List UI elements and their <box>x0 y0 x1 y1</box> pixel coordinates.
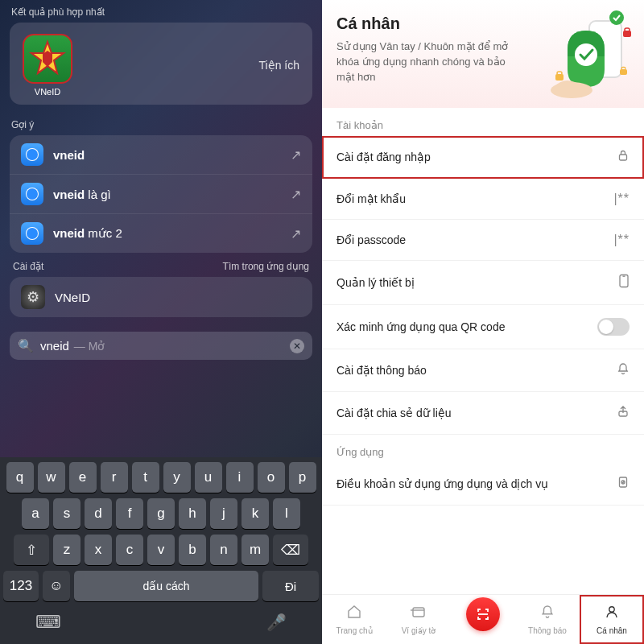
key-g[interactable]: g <box>147 498 175 529</box>
app-vneid[interactable]: VNeID <box>23 34 72 97</box>
biometric-illustration <box>539 6 636 103</box>
best-match-card[interactable]: VNeID Tiện ích <box>10 23 312 105</box>
settings-item[interactable]: Quản lý thiết bị <box>322 261 644 305</box>
scan-icon <box>466 597 500 631</box>
tab-person[interactable]: Cá nhân <box>580 595 644 644</box>
key-b[interactable]: b <box>179 535 206 565</box>
safari-icon <box>21 183 43 205</box>
key-e[interactable]: e <box>69 462 97 493</box>
settings-item[interactable]: Cài đặt chia sẻ dữ liệu <box>322 392 644 435</box>
key-123[interactable]: 123 <box>3 571 39 601</box>
suggestion-item[interactable]: vneid là gì ↗ <box>10 175 312 214</box>
svg-point-15 <box>609 10 624 25</box>
key-shift[interactable]: ⇧ <box>14 535 49 565</box>
settings-item[interactable]: Đổi passcode|** <box>322 220 644 261</box>
keyboard-bottom-bar: ⌨︎ 🎤 <box>3 607 319 641</box>
dictation-icon[interactable]: 🎤 <box>266 613 287 632</box>
suggestion-text: vneid mức 2 <box>53 226 281 241</box>
vneid-app-icon <box>23 34 72 84</box>
key-h[interactable]: h <box>179 498 206 529</box>
key-c[interactable]: c <box>116 535 143 565</box>
settings-item[interactable]: Cài đặt đăng nhập <box>322 136 644 179</box>
settings-item[interactable]: Xác minh ứng dụng qua QR code <box>322 305 644 349</box>
key-z[interactable]: z <box>53 535 80 565</box>
key-s[interactable]: s <box>53 498 80 529</box>
search-in-app-label[interactable]: Tìm trong ứng dụng <box>223 261 309 272</box>
svg-rect-23 <box>620 155 627 160</box>
safari-icon <box>21 222 43 245</box>
svg-point-14 <box>575 43 597 66</box>
key-d[interactable]: d <box>85 498 112 529</box>
key-y[interactable]: y <box>163 462 191 493</box>
key-t[interactable]: t <box>132 462 159 493</box>
search-text: vneid— Mở <box>40 339 283 353</box>
keyboard-switch-icon[interactable]: ⌨︎ <box>35 612 61 633</box>
section-app-label: Ứng dụng <box>322 435 644 463</box>
suggestion-item[interactable]: vneid ↗ <box>10 135 312 175</box>
search-icon: 🔍 <box>18 338 34 353</box>
settings-item[interactable]: Đổi mật khẩu|** <box>322 179 644 220</box>
key-space[interactable]: dấu cách <box>74 571 258 601</box>
utility-label: Tiện ích <box>259 59 300 72</box>
key-p[interactable]: p <box>289 462 316 493</box>
clear-icon[interactable]: ✕ <box>290 339 304 353</box>
suggestion-label: Gợi ý <box>0 113 322 135</box>
open-arrow-icon: ↗ <box>291 226 301 242</box>
search-input[interactable]: 🔍 vneid— Mở ✕ <box>10 332 312 360</box>
settings-item-label: Cài đặt thông báo <box>336 364 427 377</box>
svg-point-2 <box>27 149 38 160</box>
key-n[interactable]: n <box>210 535 237 565</box>
person-icon <box>604 604 620 624</box>
key-u[interactable]: u <box>195 462 222 493</box>
settings-item-label: VNeID <box>55 291 90 304</box>
svg-point-6 <box>27 188 38 200</box>
settings-label: Cài đặt <box>13 261 43 272</box>
key-k[interactable]: k <box>242 498 269 529</box>
key-i[interactable]: i <box>226 462 254 493</box>
tab-bar: Trang chủVí giấy tờThông báoCá nhân <box>322 594 644 644</box>
svg-rect-19 <box>557 72 562 75</box>
settings-item-label: Điều khoản sử dụng ứng dụng và dịch vụ <box>336 477 548 490</box>
key-r[interactable]: r <box>101 462 128 493</box>
share-icon <box>609 405 630 421</box>
tab-scan[interactable] <box>451 595 515 644</box>
key-w[interactable]: w <box>38 462 65 493</box>
key-o[interactable]: o <box>258 462 285 493</box>
key-j[interactable]: j <box>210 498 237 529</box>
key-a[interactable]: a <box>22 498 49 529</box>
tab-bell[interactable]: Thông báo <box>515 595 580 644</box>
key-go[interactable]: Đi <box>262 571 319 601</box>
key-m[interactable]: m <box>242 535 269 565</box>
personal-pane: Cá nhân Sử dụng Vân tay / Khuôn mặt để m… <box>322 0 644 644</box>
wallet-icon <box>411 604 427 624</box>
key-f[interactable]: f <box>116 498 143 529</box>
toggle-switch[interactable] <box>597 318 630 336</box>
settings-item-label: Xác minh ứng dụng qua QR code <box>336 320 505 333</box>
page-subtitle: Sử dụng Vân tay / Khuôn mặt để mở khóa ứ… <box>336 39 522 85</box>
device-icon <box>609 274 630 291</box>
app-name-label: VNeID <box>35 87 60 97</box>
settings-item-label: Đổi mật khẩu <box>336 192 406 205</box>
open-arrow-icon: ↗ <box>291 187 301 202</box>
tab-label: Trang chủ <box>336 626 372 635</box>
gear-icon: ⚙ <box>21 285 45 309</box>
tab-label: Cá nhân <box>597 626 627 635</box>
key-emoji[interactable]: ☺ <box>43 571 70 601</box>
safari-icon <box>21 143 43 166</box>
tab-label: Thông báo <box>528 626 567 635</box>
key-x[interactable]: x <box>85 535 112 565</box>
key-backspace[interactable]: ⌫ <box>273 535 308 565</box>
settings-item-label: Quản lý thiết bị <box>336 276 415 289</box>
toggle-icon[interactable] <box>597 318 630 336</box>
settings-item[interactable]: Cài đặt thông báo <box>322 349 644 392</box>
tab-wallet[interactable]: Ví giấy tờ <box>386 595 451 644</box>
tab-home[interactable]: Trang chủ <box>322 595 386 644</box>
key-v[interactable]: v <box>147 535 175 565</box>
suggestion-item[interactable]: vneid mức 2 ↗ <box>10 214 312 253</box>
settings-item[interactable]: Điều khoản sử dụng ứng dụng và dịch vụ <box>322 463 644 506</box>
settings-result[interactable]: ⚙ VNeID <box>10 277 312 317</box>
bell-icon <box>609 362 630 378</box>
key-l[interactable]: l <box>273 498 300 529</box>
settings-item-label: Cài đặt chia sẻ dữ liệu <box>336 407 452 419</box>
key-q[interactable]: q <box>6 462 34 493</box>
